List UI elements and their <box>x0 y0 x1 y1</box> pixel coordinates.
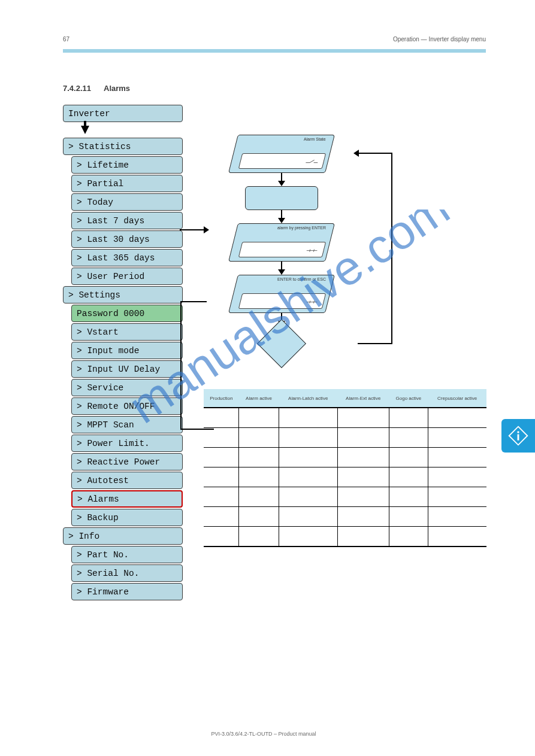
menu-item: > Alarms <box>71 490 183 508</box>
menu-item: > Serial No. <box>71 564 183 582</box>
menu-root: Inverter <box>63 105 183 122</box>
page-footer: PVI-3.0/3.6/4.2-TL-OUTD – Product manual <box>156 731 371 738</box>
table-cell <box>239 448 279 467</box>
chapter-side-tab <box>501 419 535 453</box>
lcd-screen-icon <box>238 293 326 309</box>
table-row <box>204 448 486 467</box>
menu-item: > Backup <box>71 509 183 526</box>
config-line-icon <box>305 299 319 304</box>
svg-rect-11 <box>518 434 519 440</box>
table-column-header: Alarm-Latch active <box>279 389 337 408</box>
flow-screen-3-hint: ENTER to confirm or ESC <box>277 277 326 281</box>
table-column-header: Alarm-Ext active <box>337 389 389 408</box>
menu-item: > Input mode <box>71 342 183 359</box>
table-cell <box>204 428 239 448</box>
svg-line-1 <box>310 160 315 162</box>
table-cell <box>239 428 279 448</box>
header-rule <box>63 49 486 53</box>
table-cell <box>389 408 428 428</box>
document-page: 67 Operation — Inverter display menu 7.4… <box>0 0 535 756</box>
table-column-header: Production <box>204 389 239 408</box>
menu-item: > Remote ON/OFF <box>71 397 183 415</box>
section-number: 7.4.2.11 <box>63 84 91 93</box>
table-cell <box>428 408 486 428</box>
menu-item: > Autotest <box>71 472 183 489</box>
flow-decision <box>257 319 306 368</box>
flow-loop-entry <box>180 226 209 233</box>
table-cell <box>428 527 486 547</box>
table-row <box>204 428 486 448</box>
menu-settings-password: Password 0000 <box>71 305 183 322</box>
table-cell <box>279 487 337 507</box>
table-cell <box>279 507 337 527</box>
table-column-header: Alarm active <box>239 389 279 408</box>
table-cell <box>337 428 389 448</box>
table-cell <box>389 448 428 467</box>
flow-screen-1-hint: Alarm State <box>304 137 327 141</box>
switch-open-icon <box>305 159 319 164</box>
table-cell <box>204 487 239 507</box>
table-cell <box>204 527 239 547</box>
flow-screen-1: Alarm State <box>228 135 335 173</box>
menu-tree: Inverter > Statistics > Lifetime> Partia… <box>63 105 183 602</box>
header-section-path: Operation — Inverter display menu <box>393 36 486 42</box>
table-row <box>204 408 486 428</box>
table-cell <box>279 408 337 428</box>
table-cell <box>204 408 239 428</box>
table-cell <box>204 507 239 527</box>
menu-item: > Part No. <box>71 546 183 563</box>
table-cell <box>239 408 279 428</box>
menu-item: > Partial <box>71 175 183 192</box>
flow-left-loop-top <box>180 301 207 302</box>
menu-item: > User Period <box>71 268 183 285</box>
table-cell <box>239 487 279 507</box>
table-cell <box>389 527 428 547</box>
table-cell <box>337 408 389 428</box>
menu-info: > Info <box>63 527 183 545</box>
svg-point-10 <box>517 431 519 433</box>
table-cell <box>428 448 486 467</box>
menu-settings: > Settings <box>63 286 183 303</box>
table-cell <box>428 428 486 448</box>
lcd-screen-icon <box>238 242 326 257</box>
flowchart: Alarm State alarm by pressing ENTER <box>207 135 356 374</box>
table-cell <box>389 467 428 487</box>
table-cell <box>204 467 239 487</box>
flow-process-1 <box>245 186 318 210</box>
footer-line-1: PVI-3.0/3.6/4.2-TL-OUTD – Product manual <box>156 731 371 738</box>
config-line-icon <box>305 247 319 253</box>
table-cell <box>389 487 428 507</box>
menu-item: > Input UV Delay <box>71 360 183 378</box>
menu-item: > MPPT Scan <box>71 416 183 433</box>
flow-screen-2: alarm by pressing ENTER <box>228 223 335 262</box>
info-diamond-icon <box>508 426 528 446</box>
arrow-down-icon <box>81 126 89 134</box>
table-row <box>204 527 486 547</box>
table-row <box>204 467 486 487</box>
menu-item: > Today <box>71 193 183 211</box>
table-cell <box>337 467 389 487</box>
table-cell <box>279 527 337 547</box>
menu-item: > Firmware <box>71 583 183 600</box>
table-row <box>204 507 486 527</box>
table-cell <box>389 428 428 448</box>
menu-item: > Last 7 days <box>71 212 183 229</box>
flow-screen-3: ENTER to confirm or ESC <box>228 275 335 313</box>
menu-item: > Last 365 days <box>71 249 183 266</box>
menu-item: > Lifetime <box>71 156 183 174</box>
menu-item: > Reactive Power <box>71 453 183 470</box>
table-cell <box>337 507 389 527</box>
flow-screen-2-hint: alarm by pressing ENTER <box>277 226 326 230</box>
lcd-screen-icon <box>238 153 326 169</box>
alarm-modes-table: ProductionAlarm activeAlarm-Latch active… <box>204 389 486 547</box>
table-row <box>204 487 486 507</box>
table-cell <box>239 527 279 547</box>
menu-item: > Last 30 days <box>71 230 183 248</box>
header-page-number: 67 <box>63 36 69 42</box>
table-cell <box>337 527 389 547</box>
table-cell <box>428 467 486 487</box>
section-title: Alarms <box>104 84 130 93</box>
table-cell <box>337 448 389 467</box>
table-cell <box>239 467 279 487</box>
table-cell <box>239 507 279 527</box>
